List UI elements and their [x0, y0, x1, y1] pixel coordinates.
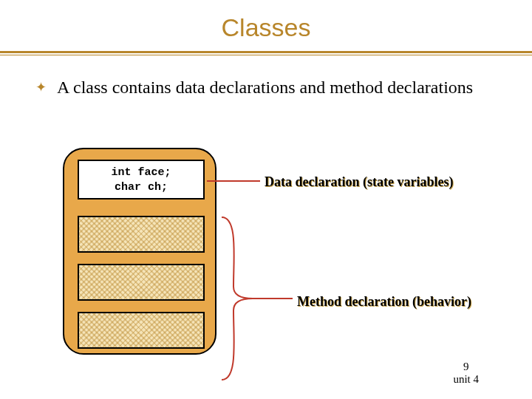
divider-thick — [0, 51, 532, 53]
method-box-3 — [78, 312, 205, 349]
method-box-1 — [78, 216, 205, 253]
class-diagram: int face; char ch; — [63, 148, 216, 355]
data-declaration-box: int face; char ch; — [78, 160, 205, 200]
connector-data — [207, 177, 266, 185]
method-declaration-label: Method declaration (behavior) Method dec… — [297, 294, 471, 310]
bullet-text: A class contains data declarations and m… — [57, 76, 473, 98]
bullet-icon: ✦ — [35, 79, 47, 95]
method-box-2 — [78, 264, 205, 301]
connector-brace-icon — [216, 213, 297, 361]
slide-footer: 9 unit 4 — [453, 361, 479, 386]
data-declaration-label: Data declaration (state variables) Data … — [265, 174, 453, 190]
slide-title: Classes — [0, 0, 532, 42]
code-line-1: int face; — [79, 166, 203, 180]
code-line-2: char ch; — [79, 180, 203, 195]
unit-label: unit 4 — [453, 373, 479, 386]
bullet-row: ✦ A class contains data declarations and… — [0, 55, 532, 98]
page-number: 9 — [453, 361, 479, 373]
